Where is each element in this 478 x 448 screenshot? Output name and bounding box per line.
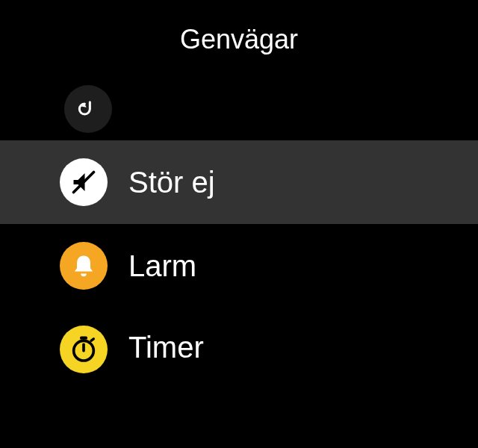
list-item-dnd[interactable]: Stör ej bbox=[0, 140, 478, 224]
back-row bbox=[0, 85, 478, 140]
stopwatch-icon bbox=[60, 326, 108, 373]
list-item-label: Larm bbox=[128, 249, 196, 283]
page-title: Genvägar bbox=[0, 0, 478, 85]
shortcut-list: Stör ej Larm Timer bbox=[0, 140, 478, 373]
bell-icon bbox=[60, 242, 108, 290]
svg-rect-2 bbox=[80, 337, 87, 340]
list-item-label: Timer bbox=[128, 331, 204, 364]
dnd-icon bbox=[60, 158, 108, 206]
shortcuts-screen: Genvägar Stör ej bbox=[0, 0, 478, 448]
svg-line-5 bbox=[91, 339, 93, 341]
list-item-alarm[interactable]: Larm bbox=[0, 224, 478, 308]
back-button[interactable] bbox=[64, 85, 112, 133]
back-arrow-icon bbox=[78, 99, 99, 119]
list-item-label: Stör ej bbox=[128, 166, 215, 199]
list-item-timer[interactable]: Timer bbox=[0, 308, 478, 373]
